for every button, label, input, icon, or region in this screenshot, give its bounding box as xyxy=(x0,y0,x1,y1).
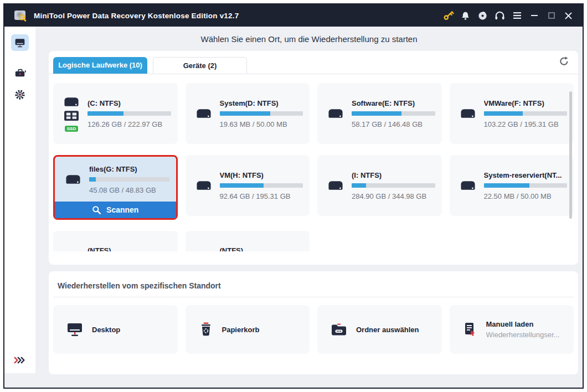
titlebar-buttons xyxy=(440,4,577,27)
gear-icon xyxy=(14,89,25,100)
drive-usage-fill xyxy=(89,177,96,182)
hard-drive-icon xyxy=(460,107,476,120)
ssd-badge: SSD xyxy=(65,126,78,132)
drive-card[interactable]: SSD Software(E: NTFS) 58.17 GB / 146.48 … xyxy=(317,83,442,144)
drive-name: Software(E: NTFS) xyxy=(352,99,435,107)
drive-icon-column: SSD xyxy=(63,173,84,186)
bootable-media-disc-icon[interactable] xyxy=(474,4,491,27)
close-button[interactable] xyxy=(560,4,577,27)
sidebar-item-toolkit[interactable] xyxy=(11,64,29,81)
drive-card-body: (NTFS) xyxy=(87,246,171,251)
hard-drive-icon xyxy=(328,107,343,120)
drive-usage-fill xyxy=(87,111,123,116)
app-logo-icon xyxy=(13,9,27,23)
toolkit-icon xyxy=(14,68,26,78)
drive-card[interactable]: SSD (I: NTFS) 284.90 GB / 344.98 GB xyxy=(317,155,442,216)
location-label: Manuell laden xyxy=(486,320,560,328)
license-key-icon[interactable] xyxy=(440,4,457,27)
tab-logical-drives[interactable]: Logische Laufwerke (10) xyxy=(53,57,147,74)
sidebar-item-settings[interactable] xyxy=(11,86,29,103)
drive-usage-fill xyxy=(352,111,401,116)
drive-usage-fill xyxy=(484,111,523,116)
drive-icon-column: SSD xyxy=(193,107,214,120)
drive-icon-column: SSD xyxy=(193,179,214,192)
refresh-icon[interactable] xyxy=(559,56,569,66)
drive-icon-column: SSD xyxy=(325,107,346,120)
drive-card[interactable]: SSD VM(H: NTFS) 92.64 GB / 195.31 GB xyxy=(186,155,310,216)
drive-card-body: System-reserviert(NT... 22.50 MB / 50.00… xyxy=(484,171,568,200)
drive-name: VM(H: NTFS) xyxy=(220,171,303,179)
drive-size: 22.50 MB / 50.00 MB xyxy=(484,192,568,200)
location-label: Ordner auswählen xyxy=(356,326,419,334)
location-label: Papierkorb xyxy=(222,326,260,334)
drive-card-body: VMWare(F: NTFS) 103.22 GB / 195.31 GB xyxy=(484,99,568,128)
drive-card[interactable]: SSD files(G: NTFS) 45.08 GB / 48.83 GB S… xyxy=(53,155,178,220)
drive-name: (NTFS) xyxy=(87,246,171,251)
hard-drive-icon xyxy=(328,179,343,192)
drive-icon-column: SSD xyxy=(61,96,82,132)
drive-name: (NTFS) xyxy=(220,246,303,251)
drive-card-body: (C: NTFS) 126.26 GB / 222.97 GB xyxy=(87,99,171,128)
drive-card[interactable]: SSD (NTFS) xyxy=(186,231,310,251)
drive-size: 45.08 GB / 48.83 GB xyxy=(89,186,169,194)
expand-chevrons-icon[interactable] xyxy=(13,356,27,367)
drive-name: files(G: NTFS) xyxy=(89,165,169,173)
hard-drive-icon xyxy=(65,173,81,186)
location-grid: Desktop Papierkorb xyxy=(53,305,574,354)
support-headset-icon[interactable] xyxy=(491,4,508,27)
drive-usage-bar xyxy=(484,111,568,116)
drive-card[interactable]: SSD System-reserviert(NT... 22.50 MB / 5… xyxy=(450,155,574,216)
drive-card[interactable]: SSD VMWare(F: NTFS) 103.22 GB / 195.31 G… xyxy=(450,83,574,144)
drive-name: VMWare(F: NTFS) xyxy=(484,99,568,107)
recycle-bin-icon xyxy=(199,322,213,337)
drive-usage-bar xyxy=(220,183,303,188)
drive-usage-fill xyxy=(220,111,271,116)
locations-section-title: Wiederherstellen vom spezifischen Stando… xyxy=(58,281,574,290)
app-window: MiniTool Power Data Recovery Kostenlose … xyxy=(3,3,584,389)
hard-drive-icon xyxy=(196,107,212,120)
drives-panel: Logische Laufwerke (10) Geräte (2) SSD (… xyxy=(49,51,578,265)
drive-card[interactable]: SSD (NTFS) xyxy=(53,231,178,251)
monitor-icon xyxy=(14,37,25,48)
drive-grid: SSD (C: NTFS) 126.26 GB / 222.97 GB SSD … xyxy=(49,74,578,251)
location-card-manual-load[interactable]: Manuell laden Wiederherstellungser... xyxy=(450,305,574,354)
location-label: Desktop xyxy=(92,326,120,334)
location-sublabel: Wiederherstellungser... xyxy=(486,331,560,339)
drive-card-body: VM(H: NTFS) 92.64 GB / 195.31 GB xyxy=(220,171,303,200)
hard-drive-icon xyxy=(64,96,79,109)
main-area: Wählen Sie einen Ort, um die Wiederherst… xyxy=(35,27,583,388)
vertical-scrollbar[interactable] xyxy=(569,91,572,219)
magnifier-icon xyxy=(92,205,101,215)
drive-name: (C: NTFS) xyxy=(87,99,171,107)
menu-icon[interactable] xyxy=(508,4,526,27)
drive-card-body: System(D: NTFS) 19.63 MB / 50.00 MB xyxy=(220,99,303,128)
title-bar: MiniTool Power Data Recovery Kostenlose … xyxy=(4,4,583,27)
drive-icon-column: SSD xyxy=(457,107,478,120)
notifications-bell-icon[interactable] xyxy=(457,4,474,27)
drive-name: System(D: NTFS) xyxy=(220,99,303,107)
sidebar xyxy=(4,27,35,373)
drive-usage-fill xyxy=(220,183,264,188)
drive-icon-column: SSD xyxy=(325,179,346,192)
window-title: MiniTool Power Data Recovery Kostenlose … xyxy=(34,12,239,20)
location-card-select-folder[interactable]: Ordner auswählen xyxy=(317,305,442,354)
drive-size: 103.22 GB / 195.31 GB xyxy=(484,120,568,128)
desktop-icon xyxy=(66,322,83,337)
location-card-recycle-bin[interactable]: Papierkorb xyxy=(186,305,310,354)
drive-card[interactable]: SSD System(D: NTFS) 19.63 MB / 50.00 MB xyxy=(186,83,310,144)
maximize-button[interactable] xyxy=(543,4,560,27)
drive-size: 19.63 MB / 50.00 MB xyxy=(220,120,303,128)
drive-usage-bar xyxy=(352,183,435,188)
page-title: Wählen Sie einen Ort, um die Wiederherst… xyxy=(35,27,583,51)
drive-size: 284.90 GB / 344.98 GB xyxy=(352,192,435,200)
tab-bar: Logische Laufwerke (10) Geräte (2) xyxy=(49,51,578,74)
sidebar-item-data-recovery[interactable] xyxy=(11,34,29,51)
scan-button[interactable]: Scannen xyxy=(55,202,176,218)
minimize-button[interactable] xyxy=(526,4,543,27)
location-card-desktop[interactable]: Desktop xyxy=(53,305,178,354)
drive-card[interactable]: SSD (C: NTFS) 126.26 GB / 222.97 GB xyxy=(53,83,178,144)
drive-card-body: files(G: NTFS) 45.08 GB / 48.83 GB xyxy=(89,165,169,194)
tab-devices[interactable]: Geräte (2) xyxy=(153,57,247,74)
drive-icon-column: SSD xyxy=(457,179,478,192)
ssd-drive-icon xyxy=(64,110,79,124)
